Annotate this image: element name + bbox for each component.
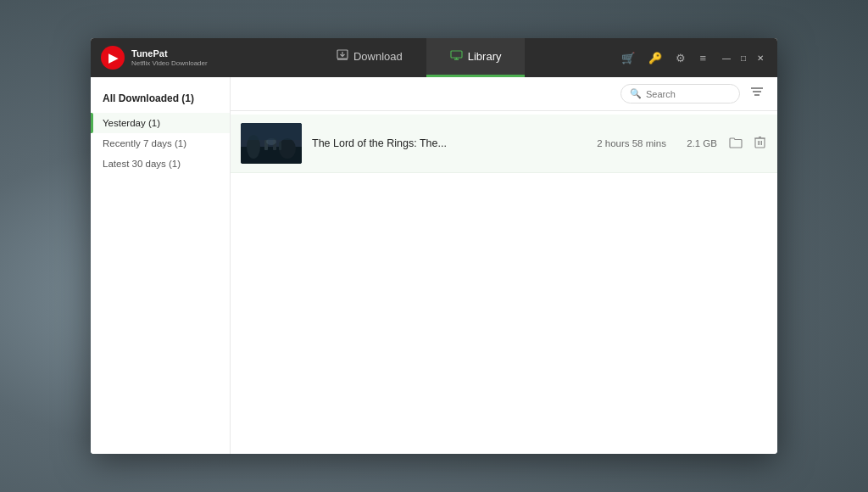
table-row: The Lord of the Rings: The... 2 hours 58… <box>231 115 777 173</box>
app-logo-icon: ▶ <box>101 46 125 70</box>
delete-button[interactable] <box>753 134 767 153</box>
search-input[interactable] <box>646 89 731 99</box>
item-title: The Lord of the Rings: The... <box>312 137 587 149</box>
key-icon[interactable]: 🔑 <box>645 50 665 66</box>
app-logo: ▶ TunePat Netflix Video Downloader <box>101 46 220 70</box>
filter-icon[interactable] <box>747 85 767 103</box>
tab-download[interactable]: Download <box>313 38 426 77</box>
library-tab-icon <box>450 50 463 64</box>
sidebar-section-title: All Downloaded (1) <box>91 87 230 113</box>
search-box[interactable]: 🔍 <box>620 84 740 103</box>
item-thumbnail <box>241 123 302 164</box>
content-toolbar: 🔍 <box>231 77 777 111</box>
tab-download-label: Download <box>353 50 403 63</box>
app-name-block: TunePat Netflix Video Downloader <box>131 48 208 68</box>
title-bar: ▶ TunePat Netflix Video Downloader Downl… <box>91 38 777 77</box>
search-icon: 🔍 <box>630 88 642 99</box>
svg-rect-16 <box>279 142 281 150</box>
main-content: All Downloaded (1) Yesterday (1) Recentl… <box>91 77 777 454</box>
sidebar-item-recently7-label: Recently 7 days (1) <box>103 138 186 148</box>
sidebar: All Downloaded (1) Yesterday (1) Recentl… <box>91 77 231 454</box>
minimize-button[interactable]: — <box>720 51 733 64</box>
app-name: TunePat <box>131 48 208 59</box>
app-subtitle: Netflix Video Downloader <box>131 59 208 68</box>
item-actions <box>727 134 767 153</box>
item-size: 2.1 GB <box>676 138 717 148</box>
download-tab-icon <box>337 49 348 64</box>
app-window: ▶ TunePat Netflix Video Downloader Downl… <box>91 38 777 454</box>
maximize-button[interactable]: □ <box>737 51 750 64</box>
svg-rect-18 <box>241 123 302 140</box>
open-folder-button[interactable] <box>727 135 744 153</box>
settings-icon[interactable]: ⚙ <box>672 50 689 66</box>
cart-icon[interactable]: 🛒 <box>618 50 638 66</box>
menu-icon[interactable]: ≡ <box>696 50 709 66</box>
tab-library-label: Library <box>468 50 502 63</box>
sidebar-item-recently7[interactable]: Recently 7 days (1) <box>91 133 230 154</box>
tab-library[interactable]: Library <box>426 38 526 77</box>
window-controls: — □ ✕ <box>720 51 767 64</box>
svg-rect-3 <box>451 51 462 58</box>
title-bar-controls: 🛒 🔑 ⚙ ≡ — □ ✕ <box>618 50 767 66</box>
nav-tabs: Download Library <box>220 38 618 77</box>
sidebar-item-latest30[interactable]: Latest 30 days (1) <box>91 154 230 174</box>
item-duration: 2 hours 58 mins <box>597 138 666 148</box>
close-button[interactable]: ✕ <box>754 51 767 64</box>
sidebar-item-latest30-label: Latest 30 days (1) <box>103 159 181 169</box>
sidebar-item-yesterday-label: Yesterday (1) <box>103 118 160 128</box>
items-list: The Lord of the Rings: The... 2 hours 58… <box>231 111 777 454</box>
sidebar-item-yesterday[interactable]: Yesterday (1) <box>91 113 230 133</box>
content-panel: 🔍 <box>231 77 777 454</box>
